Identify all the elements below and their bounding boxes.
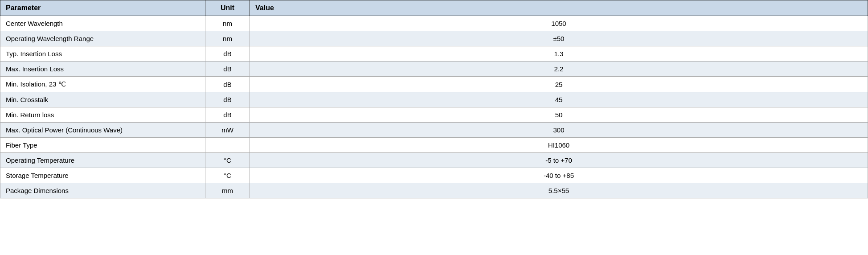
cell-value: 50	[250, 107, 868, 123]
table-row: Center Wavelengthnm1050	[0, 16, 868, 31]
table-row: Operating Wavelength Rangenm±50	[0, 31, 868, 46]
cell-unit: dB	[205, 46, 250, 62]
table-row: Storage Temperature°C-40 to +85	[0, 168, 868, 183]
table-row: Max. Optical Power (Continuous Wave)mW30…	[0, 123, 868, 138]
table-row: Min. CrosstalkdB45	[0, 92, 868, 107]
cell-unit: nm	[205, 16, 250, 31]
cell-value: -40 to +85	[250, 168, 868, 183]
cell-unit: °C	[205, 153, 250, 168]
table-row: Typ. Insertion LossdB1.3	[0, 46, 868, 62]
cell-unit	[205, 138, 250, 153]
table-row: Max. Insertion LossdB2.2	[0, 62, 868, 77]
cell-value: 2.2	[250, 62, 868, 77]
cell-parameter: Typ. Insertion Loss	[0, 46, 205, 62]
cell-unit: dB	[205, 92, 250, 107]
cell-value: 1050	[250, 16, 868, 31]
cell-value: 5.5×55	[250, 183, 868, 198]
cell-parameter: Operating Wavelength Range	[0, 31, 205, 46]
cell-unit: dB	[205, 77, 250, 92]
header-parameter: Parameter	[0, 0, 205, 16]
cell-value: ±50	[250, 31, 868, 46]
cell-parameter: Package Dimensions	[0, 183, 205, 198]
table-header-row: Parameter Unit Value	[0, 0, 868, 16]
cell-value: -5 to +70	[250, 153, 868, 168]
cell-parameter: Center Wavelength	[0, 16, 205, 31]
table-row: Fiber TypeHI1060	[0, 138, 868, 153]
cell-parameter: Storage Temperature	[0, 168, 205, 183]
cell-unit: °C	[205, 168, 250, 183]
cell-value: 1.3	[250, 46, 868, 62]
cell-parameter: Fiber Type	[0, 138, 205, 153]
table-row: Operating Temperature°C-5 to +70	[0, 153, 868, 168]
cell-parameter: Max. Optical Power (Continuous Wave)	[0, 123, 205, 138]
cell-unit: dB	[205, 62, 250, 77]
cell-parameter: Max. Insertion Loss	[0, 62, 205, 77]
cell-unit: mm	[205, 183, 250, 198]
cell-value: 25	[250, 77, 868, 92]
table-row: Min. Return lossdB50	[0, 107, 868, 123]
specs-table: Parameter Unit Value Center Wavelengthnm…	[0, 0, 868, 198]
header-unit: Unit	[205, 0, 250, 16]
cell-value: 300	[250, 123, 868, 138]
cell-parameter: Min. Return loss	[0, 107, 205, 123]
cell-parameter: Min. Isolation, 23 ℃	[0, 77, 205, 92]
cell-value: HI1060	[250, 138, 868, 153]
cell-unit: mW	[205, 123, 250, 138]
cell-unit: dB	[205, 107, 250, 123]
table-row: Min. Isolation, 23 ℃dB25	[0, 77, 868, 92]
cell-parameter: Min. Crosstalk	[0, 92, 205, 107]
header-value: Value	[250, 0, 868, 16]
table-row: Package Dimensionsmm5.5×55	[0, 183, 868, 198]
cell-unit: nm	[205, 31, 250, 46]
cell-parameter: Operating Temperature	[0, 153, 205, 168]
cell-value: 45	[250, 92, 868, 107]
